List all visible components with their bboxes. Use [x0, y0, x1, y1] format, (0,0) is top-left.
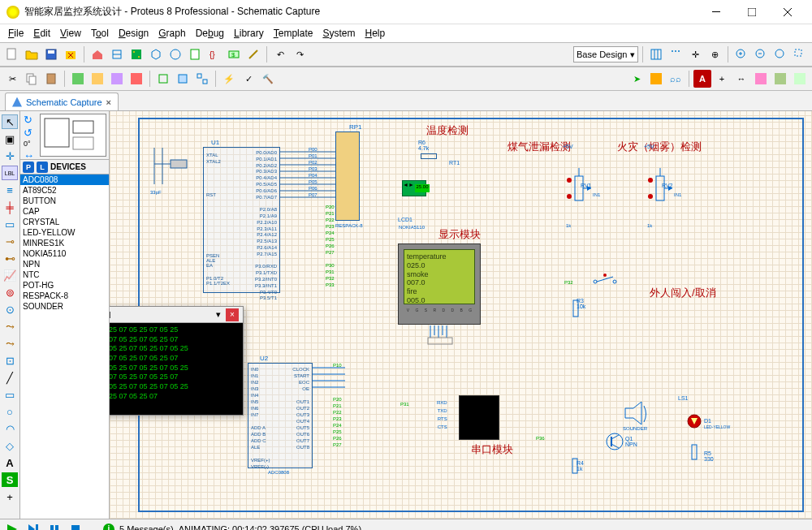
probe-v-tool[interactable]: ⤳	[2, 319, 18, 334]
pick-icon[interactable]: P	[23, 162, 34, 173]
line-tool[interactable]: ╱	[2, 370, 18, 385]
label-tool[interactable]: LBL	[2, 166, 18, 180]
menu-library[interactable]: Library	[229, 26, 269, 41]
part-item[interactable]: NOKIA5110	[20, 248, 109, 259]
part-item[interactable]: MINRES1K	[20, 238, 109, 248]
terminal-header[interactable]: Virtual Terminal ▾ ×	[110, 307, 243, 323]
circle-tool[interactable]: ○	[2, 404, 18, 419]
3d-icon[interactable]	[147, 45, 165, 63]
overview-preview[interactable]	[40, 114, 106, 157]
select-tool[interactable]: ↖	[2, 114, 18, 129]
instrument-tool[interactable]: ⊡	[2, 353, 18, 368]
plus-tool[interactable]: +	[2, 489, 18, 504]
graph-tool[interactable]: 📈	[2, 268, 18, 282]
component-rv2[interactable]	[644, 168, 676, 209]
part-item[interactable]: CRYSTAL	[20, 217, 109, 227]
hammer-icon[interactable]: 🔨	[259, 70, 277, 88]
block-copy-icon[interactable]	[69, 70, 87, 88]
money-icon[interactable]: $	[225, 45, 243, 63]
component-d1[interactable]	[686, 413, 702, 433]
part-item[interactable]: BUTTON	[20, 196, 109, 206]
schematic-icon[interactable]	[108, 45, 126, 63]
arc-tool[interactable]: ◠	[2, 421, 18, 436]
binoculars-icon[interactable]: ⌕⌕	[667, 70, 685, 88]
component-button[interactable]	[589, 274, 621, 290]
copy-icon[interactable]	[23, 70, 41, 88]
flip-h-icon[interactable]: ↔	[24, 149, 37, 161]
component-r4[interactable]	[571, 456, 579, 476]
drc-icon[interactable]: ✓	[240, 70, 257, 88]
rotate-cw-icon[interactable]: ↻	[24, 114, 37, 125]
zoomout-icon[interactable]	[752, 45, 770, 63]
design-combo[interactable]: Base Design▾	[573, 46, 638, 62]
code-icon[interactable]: {}	[205, 45, 223, 63]
net-icon[interactable]	[791, 70, 809, 88]
rotate-ccw-icon[interactable]: ↺	[24, 127, 37, 138]
open-button[interactable]	[23, 45, 41, 63]
redo-icon[interactable]: ↷	[291, 45, 309, 63]
probe-i-tool[interactable]: ⤳	[2, 336, 18, 351]
component-u1[interactable]: P0.0/AD0P0.1/AD1P0.2/AD2P0.3/AD3P0.4/AD4…	[203, 147, 280, 293]
close-button[interactable]	[770, 0, 806, 24]
textA-tool[interactable]: A	[2, 455, 18, 470]
menu-help[interactable]: Help	[360, 26, 390, 41]
component-lcd[interactable]: temperature 025.0 smoke 007.0 fire 005.0…	[398, 243, 481, 325]
component-rp1[interactable]	[335, 131, 360, 221]
tab-close-icon[interactable]: ×	[106, 97, 111, 107]
step-button[interactable]	[25, 522, 41, 531]
part-item[interactable]: NTC	[20, 269, 109, 280]
pin-tool[interactable]: ⊷	[2, 251, 18, 265]
component-u2[interactable]: IN0IN1IN2IN3IN4IN5IN6IN7ADD AADD BADD CA…	[248, 363, 313, 468]
pick-icon[interactable]	[154, 70, 172, 88]
part-item[interactable]: ADC0808	[20, 175, 109, 185]
pcb-icon[interactable]	[127, 45, 145, 63]
new-button[interactable]	[3, 45, 21, 63]
sheet-icon[interactable]	[647, 70, 665, 88]
center-icon[interactable]: ⊕	[706, 45, 723, 63]
lib-icon[interactable]: L	[37, 162, 48, 173]
bus-tool[interactable]: ╪	[2, 200, 18, 214]
part-item[interactable]: LED-YELLOW	[20, 227, 109, 238]
save-button[interactable]	[42, 45, 60, 63]
component-rv1[interactable]	[563, 168, 595, 209]
part-item[interactable]: AT89C52	[20, 185, 109, 196]
schematic-canvas[interactable]: 温度检测 煤气泄漏检测 火灾（烟雾）检测 显示模块 外人闯入/取消 串口模块 U…	[110, 111, 812, 519]
erc-icon[interactable]	[771, 70, 789, 88]
junction-tool[interactable]: ✛	[2, 149, 18, 163]
block-rot-icon[interactable]	[108, 70, 126, 88]
terminal-menu-icon[interactable]: ▾	[216, 309, 221, 320]
component-r5[interactable]	[690, 442, 698, 463]
zoomin-icon[interactable]	[732, 45, 750, 63]
snap-icon[interactable]: ✛	[686, 45, 704, 63]
text-tool[interactable]: ≡	[2, 183, 18, 197]
component-tool[interactable]: ▣	[2, 131, 18, 146]
block-move-icon[interactable]	[89, 70, 106, 88]
menu-edit[interactable]: Edit	[28, 26, 55, 41]
status-messages[interactable]: 5 Message(s)	[119, 524, 174, 531]
ref-plus-icon[interactable]: +	[713, 70, 731, 88]
grid-icon[interactable]	[647, 45, 665, 63]
wand-icon[interactable]	[244, 45, 262, 63]
virtual-terminal-window[interactable]: Virtual Terminal ▾ × 25 07 05 25 07 05 2…	[110, 306, 244, 416]
prop-icon[interactable]	[752, 70, 770, 88]
component-ls1[interactable]	[621, 402, 654, 426]
grid2-icon[interactable]	[667, 45, 685, 63]
wire-icon[interactable]: ⚡	[220, 70, 238, 88]
menu-view[interactable]: View	[55, 26, 86, 41]
make-icon[interactable]	[174, 70, 192, 88]
part-item[interactable]: CAP	[20, 206, 109, 217]
play-button[interactable]	[4, 522, 20, 531]
maximize-button[interactable]	[734, 0, 770, 24]
menu-file[interactable]: File	[3, 26, 28, 41]
part-item[interactable]: SOUNDER	[20, 301, 109, 312]
block-del-icon[interactable]	[127, 70, 145, 88]
stop-button[interactable]	[67, 522, 84, 531]
cut-icon[interactable]: ✂	[3, 70, 21, 88]
tape-tool[interactable]: ⊚	[2, 285, 18, 299]
symbol-tool[interactable]: S	[2, 472, 18, 487]
subcircuit-tool[interactable]: ▭	[2, 217, 18, 231]
decomp-icon[interactable]	[193, 70, 211, 88]
bom-icon[interactable]	[186, 45, 204, 63]
serial-display[interactable]	[459, 395, 499, 440]
close-project-button[interactable]	[62, 45, 80, 63]
